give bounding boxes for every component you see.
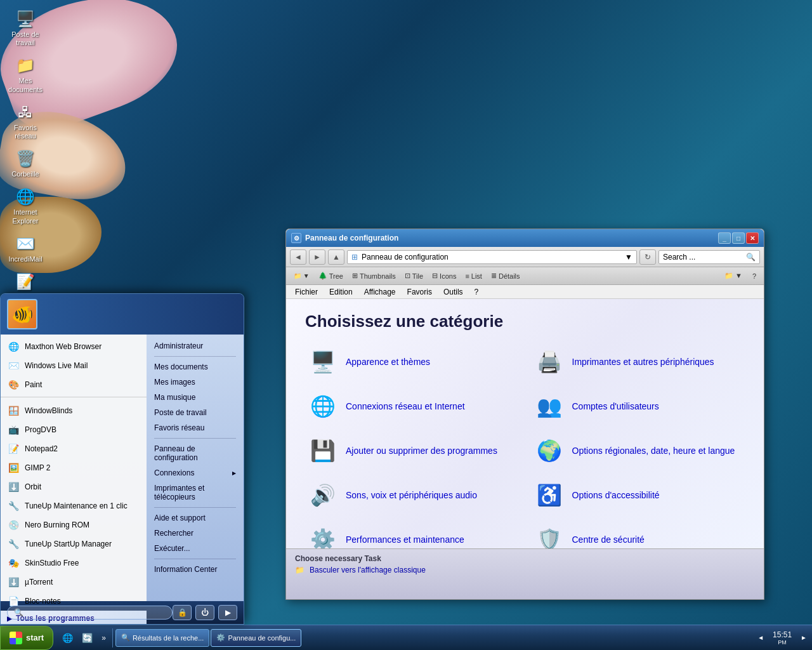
ql-app2[interactable]: 🔄: [78, 631, 96, 645]
menu-favoris[interactable]: Favoris: [402, 286, 437, 298]
menu-fichier[interactable]: Fichier: [290, 286, 323, 298]
up-button[interactable]: ▲: [328, 249, 344, 265]
ql-ie[interactable]: 🌐: [58, 631, 77, 645]
info-center-label: Information Center: [154, 565, 217, 574]
resultats-icon: 🔍: [121, 633, 130, 642]
toolbar-folder-options-button[interactable]: 📁 ▼: [721, 269, 746, 283]
toolbar-list-button[interactable]: ≡ List: [461, 269, 486, 283]
lock-button[interactable]: 🔒: [173, 605, 192, 620]
incredimail-label: IncrediMail: [8, 255, 42, 263]
printers-icon: 🖨️: [534, 347, 565, 377]
accessibility-icon: ♿: [534, 480, 565, 510]
toolbar-details-button[interactable]: ≣ Détails: [487, 269, 524, 283]
cp-category-themes[interactable]: 🖥️ Apparence et thèmes: [305, 344, 519, 380]
favoris-reseau-label: Favoris réseau: [6, 124, 45, 140]
minimize-button[interactable]: _: [718, 232, 731, 244]
right-favoris-reseau[interactable]: Favoris réseau: [147, 420, 244, 435]
menu-bar: Fichier Edition Affichage Favoris Outils…: [286, 285, 764, 299]
menu-affichage[interactable]: Affichage: [359, 286, 401, 298]
cp-category-printers[interactable]: 🖨️ Imprimantes et autres périphériques: [532, 344, 745, 380]
livemail-label: Windows Live Mail: [25, 361, 88, 370]
tray-arrow-left[interactable]: ◄: [757, 634, 764, 641]
menu-edition[interactable]: Edition: [324, 286, 358, 298]
footer-buttons: 🔒 ⏻ ▶: [173, 605, 237, 620]
poste-travail-label: Poste de travail: [6, 30, 45, 47]
toolbar-folders-button[interactable]: 📁 ▼: [290, 269, 313, 283]
desktop-icon-ie[interactable]: 🌐 Internet Explorer: [3, 184, 48, 227]
right-mes-documents[interactable]: Mes documents: [147, 359, 244, 375]
cp-main-title: Choisissez une catégorie: [305, 312, 745, 331]
taskbar-resultats[interactable]: 🔍 Résultats de la reche...: [115, 629, 210, 647]
icons-view-icon: ⊟: [432, 272, 438, 280]
maximize-button[interactable]: □: [732, 232, 745, 244]
refresh-button[interactable]: ↻: [639, 249, 656, 265]
power-button[interactable]: ⏻: [195, 605, 214, 620]
right-poste-travail[interactable]: Poste de travail: [147, 405, 244, 420]
recent-windowblinds[interactable]: 🪟 WindowBlinds: [1, 401, 147, 420]
recent-skinstudio[interactable]: 🎭 SkinStudio Free: [1, 554, 147, 573]
recent-utorrent[interactable]: ⬇️ µTorrent: [1, 573, 147, 592]
tray-arrow-right[interactable]: ►: [801, 634, 807, 641]
recent-notepad2[interactable]: 📝 Notepad2: [1, 439, 147, 458]
menu-outils[interactable]: Outils: [438, 286, 468, 298]
forward-button[interactable]: ►: [309, 249, 325, 265]
recent-orbit[interactable]: ⬇️ Orbit: [1, 477, 147, 496]
toolbar-thumbnails-button[interactable]: ⊞ Thumbnails: [348, 269, 400, 283]
desktop-icon-favoris-reseau[interactable]: 🖧 Favoris réseau: [3, 100, 48, 143]
network-icon: 🌐: [308, 391, 338, 421]
right-mes-images[interactable]: Mes images: [147, 375, 244, 390]
right-separator-1: [154, 356, 236, 357]
desktop-icon-corbeille[interactable]: 🗑️ Corbeille: [3, 146, 48, 181]
start-button[interactable]: start: [0, 626, 53, 650]
address-dropdown[interactable]: ▼: [625, 253, 632, 262]
right-info-center[interactable]: Information Center: [147, 562, 244, 577]
toolbar-tree-button[interactable]: 🌲 Tree: [315, 269, 347, 283]
arrow-button[interactable]: ▶: [218, 605, 237, 620]
taskbar-tray: ◄ 15:51 PM ►: [752, 630, 812, 646]
recent-progdvb[interactable]: 📺 ProgDVB: [1, 420, 147, 439]
right-connexions[interactable]: Connexions: [147, 465, 244, 481]
search-field[interactable]: Search ... 🔍: [658, 250, 760, 264]
toolbar-tile-button[interactable]: ⊡ Tile: [401, 269, 427, 283]
classic-view-icon: 📁: [295, 566, 304, 574]
cp-category-network[interactable]: 🌐 Connexions réseau et Internet: [305, 388, 519, 424]
menu-aide[interactable]: ?: [469, 286, 484, 298]
recent-tuneup-startup[interactable]: 🔧 TuneUp StartUp Manager: [1, 534, 147, 554]
close-button[interactable]: ✕: [746, 232, 759, 244]
right-panneau-config[interactable]: Panneau de configuration: [147, 441, 244, 465]
toolbar-icons-button[interactable]: ⊟ Icons: [428, 269, 460, 283]
pinned-livemail[interactable]: ✉️ Windows Live Mail: [1, 356, 147, 375]
desktop-icon-incredimail[interactable]: ✉️ IncrediMail: [3, 231, 48, 266]
right-rechercher[interactable]: Rechercher: [147, 526, 244, 541]
cp-category-performance[interactable]: ⚙️ Performances et maintenance: [305, 522, 519, 548]
search-bar[interactable]: 🔍: [7, 606, 173, 620]
back-button[interactable]: ◄: [290, 249, 306, 265]
cp-category-regional[interactable]: 🌍 Options régionales, date, heure et lan…: [532, 433, 745, 468]
cp-category-programs[interactable]: 💾 Ajouter ou supprimer des programmes: [305, 433, 519, 468]
ql-arrow[interactable]: »: [98, 631, 110, 645]
toolbar-help-button[interactable]: ?: [749, 269, 760, 283]
recent-gimp[interactable]: 🖼️ GIMP 2: [1, 458, 147, 477]
notepadpp-icon: 📝: [15, 272, 36, 292]
right-ma-musique[interactable]: Ma musique: [147, 390, 244, 405]
right-imprimantes[interactable]: Imprimantes et télécopieurs: [147, 481, 244, 505]
right-administrateur[interactable]: Administrateur: [147, 338, 244, 354]
right-executer[interactable]: Exécuter...: [147, 541, 244, 556]
cp-category-security[interactable]: 🛡️ Centre de sécurité: [532, 522, 745, 548]
cp-category-accessibility[interactable]: ♿ Options d'accessibilité: [532, 477, 745, 513]
right-aide[interactable]: Aide et support: [147, 510, 244, 526]
cp-category-users[interactable]: 👥 Comptes d'utilisateurs: [532, 388, 745, 424]
address-bar[interactable]: ⊞ Panneau de configuration ▼: [347, 250, 637, 264]
taskbar-panneau[interactable]: ⚙️ Panneau de configu...: [211, 629, 301, 647]
cp-category-sounds[interactable]: 🔊 Sons, voix et périphériques audio: [305, 477, 519, 513]
pinned-maxthon[interactable]: 🌐 Maxthon Web Browser: [1, 337, 147, 356]
desktop-icon-poste-travail[interactable]: 🖥️ Poste de travail: [3, 6, 48, 50]
recent-tuneup[interactable]: 🔧 TuneUp Maintenance en 1 clic: [1, 496, 147, 515]
pinned-paint[interactable]: 🎨 Paint: [1, 375, 147, 394]
cp-classic-view-item[interactable]: 📁 Basculer vers l'affichage classique: [295, 566, 755, 574]
search-icon[interactable]: 🔍: [746, 253, 756, 262]
clock-time: 15:51: [773, 630, 792, 639]
recent-nero[interactable]: 💿 Nero Burning ROM: [1, 515, 147, 534]
tuneup-icon: 🔧: [7, 500, 20, 512]
desktop-icon-mes-documents[interactable]: 📁 Mes documents: [3, 53, 48, 96]
